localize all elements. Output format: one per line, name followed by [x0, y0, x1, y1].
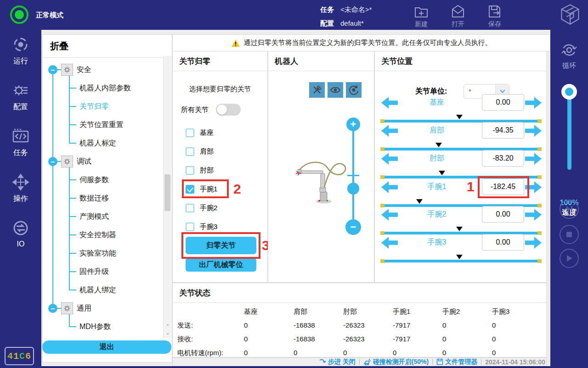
sidebar-item-task[interactable]: 任务: [0, 122, 41, 167]
tree-item-lab-features[interactable]: 实验室功能: [43, 244, 172, 262]
joint-value-input[interactable]: [482, 122, 524, 139]
jog-plus-button[interactable]: [525, 209, 542, 221]
clock: 2024-11-04 15:06:00: [485, 358, 545, 366]
sidebar-item-config[interactable]: 配置: [0, 76, 41, 122]
joint-value-input[interactable]: [482, 234, 524, 251]
task-value: <未命名>*: [340, 4, 372, 15]
sidebar-item-operate[interactable]: 操作: [0, 167, 41, 213]
checkbox-label: 手腕1: [200, 185, 217, 194]
play-button[interactable]: [560, 249, 579, 268]
tree-item-data-migration[interactable]: 数据迁移: [43, 189, 172, 207]
joint-row-wrist2: 手腕2: [375, 206, 547, 234]
zero-joints-button[interactable]: 归零关节: [186, 237, 256, 254]
slider-marker[interactable]: [456, 115, 463, 123]
jog-minus-button[interactable]: [381, 153, 398, 165]
config-value: default*: [340, 18, 364, 29]
zoom-out-button[interactable]: −: [345, 219, 361, 235]
tree-item-robot-internal-params[interactable]: 机器人内部参数: [43, 79, 172, 97]
jog-plus-button[interactable]: [525, 97, 542, 109]
open-button[interactable]: 打开: [443, 4, 473, 28]
tree-node-debug[interactable]: − 调试: [43, 152, 172, 171]
speed-slider-track[interactable]: [567, 91, 571, 170]
scroll-up-icon[interactable]: ⌃: [164, 323, 172, 329]
base-checkbox[interactable]: [186, 128, 194, 137]
file-manager-button[interactable]: 文件管理器: [436, 358, 477, 366]
sidebar-item-run[interactable]: 运行: [0, 30, 41, 76]
tree-item-firmware-upgrade[interactable]: 固件升级: [43, 262, 172, 281]
loop-label: 循环: [550, 61, 588, 70]
step-mode-status[interactable]: 步进 关闭: [319, 358, 356, 366]
mode-label: 正常模式: [36, 11, 63, 20]
slider-marker[interactable]: [439, 171, 445, 178]
joint-slider[interactable]: [381, 260, 541, 262]
robot-3d-view[interactable]: [294, 157, 353, 207]
rotate-view-button[interactable]: [346, 82, 362, 98]
tree-item-label: 关节归零: [79, 102, 109, 112]
jog-plus-button[interactable]: [525, 125, 542, 137]
step-forward-button[interactable]: [560, 200, 579, 219]
joint-value-input[interactable]: [482, 178, 524, 195]
visibility-button[interactable]: [328, 82, 343, 98]
tree-item-joint-position-reset[interactable]: 关节位置重置: [43, 116, 172, 134]
jog-plus-button[interactable]: [525, 181, 542, 193]
exit-button[interactable]: 退出: [42, 340, 171, 354]
tree-item-mdh-params[interactable]: MDH参数: [43, 318, 172, 336]
slider-marker[interactable]: [456, 255, 463, 262]
joint-value-input[interactable]: [482, 206, 524, 223]
play-icon: [565, 254, 573, 262]
right-sidebar: 循环 100% 速度: [550, 30, 588, 368]
jog-plus-button[interactable]: [525, 237, 542, 249]
tree-item-production-test-mode[interactable]: 产测模式: [43, 207, 172, 226]
sidebar-item-io[interactable]: IO: [0, 213, 41, 259]
joint-status-panel: 关节状态 基座 肩部 肘部 手腕1 手腕2 手腕3 发送: 0 -16838 -…: [172, 283, 547, 357]
jog-minus-button[interactable]: [381, 97, 398, 109]
collapse-icon[interactable]: −: [48, 304, 57, 313]
tree-item-label: 固件升级: [79, 267, 109, 277]
jog-minus-button[interactable]: [381, 237, 398, 249]
scrollbar-thumb[interactable]: [164, 174, 170, 211]
jog-minus-button[interactable]: [381, 125, 398, 137]
jog-plus-button[interactable]: [525, 153, 542, 165]
scroll-down-icon[interactable]: ⌄: [164, 329, 172, 336]
wrist1-checkbox[interactable]: [186, 185, 194, 194]
wrist2-checkbox[interactable]: [186, 204, 194, 212]
jog-minus-button[interactable]: [381, 209, 398, 221]
zoom-in-button[interactable]: +: [346, 117, 360, 131]
collapse-icon[interactable]: −: [48, 65, 57, 74]
tree-item-robot-calibration[interactable]: 机器人标定: [43, 134, 172, 152]
open-icon: [450, 4, 466, 19]
new-button[interactable]: 新建: [407, 4, 436, 28]
tree-scrollbar[interactable]: ⌃⌄: [163, 56, 171, 338]
separator: [359, 359, 360, 365]
shoulder-checkbox[interactable]: [186, 147, 194, 156]
loop-button[interactable]: 循环: [550, 40, 588, 70]
save-button[interactable]: 保存: [480, 4, 509, 28]
factory-zero-button[interactable]: 出厂机械零位: [186, 258, 256, 272]
stop-button[interactable]: [560, 225, 579, 244]
slider-marker[interactable]: [456, 227, 463, 234]
tools-button[interactable]: [309, 82, 325, 98]
panel-title: 关节位置: [375, 51, 546, 71]
speed-slider-handle[interactable]: [561, 84, 577, 100]
tree-node-general[interactable]: − 通用: [43, 299, 172, 318]
collapse-icon[interactable]: −: [48, 157, 57, 166]
jog-minus-button[interactable]: [381, 181, 398, 193]
elbow-checkbox[interactable]: [186, 166, 194, 175]
device-code-char: 4: [7, 351, 13, 362]
joint-value-input[interactable]: [482, 150, 524, 167]
joint-value-input[interactable]: [482, 94, 524, 111]
slider-marker[interactable]: [435, 143, 442, 151]
tree-item-joint-zeroing[interactable]: 关节归零: [43, 97, 172, 116]
joint-label: 手腕1: [412, 182, 462, 192]
wrist3-checkbox[interactable]: [186, 223, 194, 231]
table-value: 0: [294, 349, 343, 357]
tree-header[interactable]: 折叠: [43, 35, 172, 58]
collision-detection-status[interactable]: 碰撞检测开启(50%): [363, 358, 429, 366]
panel-title: 关节状态: [173, 283, 546, 303]
all-joints-toggle[interactable]: [216, 104, 241, 116]
tree-item-safety-controller[interactable]: 安全控制器: [43, 226, 172, 244]
table-value: 0: [343, 349, 393, 357]
tree-item-robot-binding[interactable]: 机器人绑定: [43, 281, 172, 299]
tree-node-safety[interactable]: − 安全: [43, 61, 172, 79]
tree-item-servo-params[interactable]: 伺服参数: [43, 171, 172, 189]
